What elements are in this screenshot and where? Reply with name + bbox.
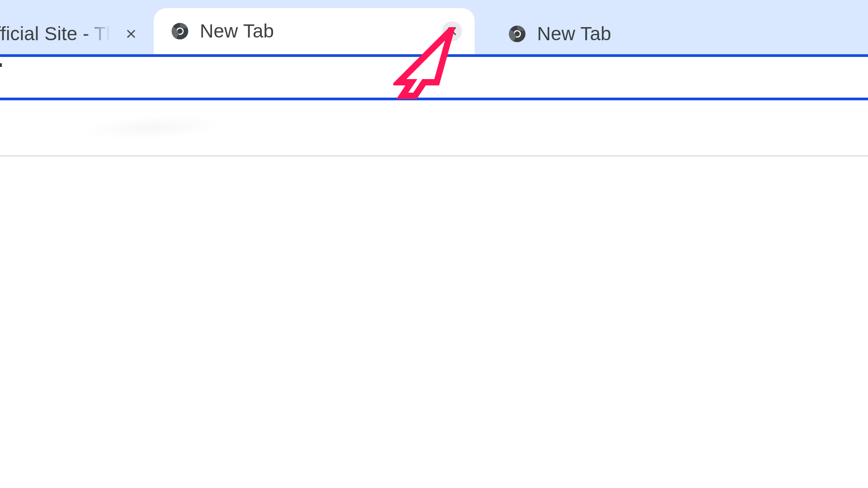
close-icon [126, 29, 136, 39]
chrome-favicon-icon [508, 25, 526, 43]
tab-close-button[interactable] [442, 21, 462, 41]
browser-toolbar [0, 54, 868, 156]
tab-title: New Tab [200, 20, 431, 42]
chrome-favicon-icon [171, 22, 189, 40]
address-bar[interactable] [0, 54, 868, 100]
bookmarks-bar[interactable] [0, 100, 868, 156]
tab-active-wrap: New Tab [154, 8, 475, 54]
tab-inactive-2[interactable]: New Tab [493, 14, 814, 54]
tab-title: fficial Site - The [0, 23, 110, 45]
tab-inactive-0[interactable]: fficial Site - The [0, 14, 154, 54]
tab-strip: fficial Site - The New Tab [0, 0, 868, 54]
tab-close-button[interactable] [121, 24, 141, 44]
tab-title: New Tab [537, 23, 801, 45]
close-icon [447, 26, 457, 36]
tab-active[interactable]: New Tab [154, 8, 475, 54]
